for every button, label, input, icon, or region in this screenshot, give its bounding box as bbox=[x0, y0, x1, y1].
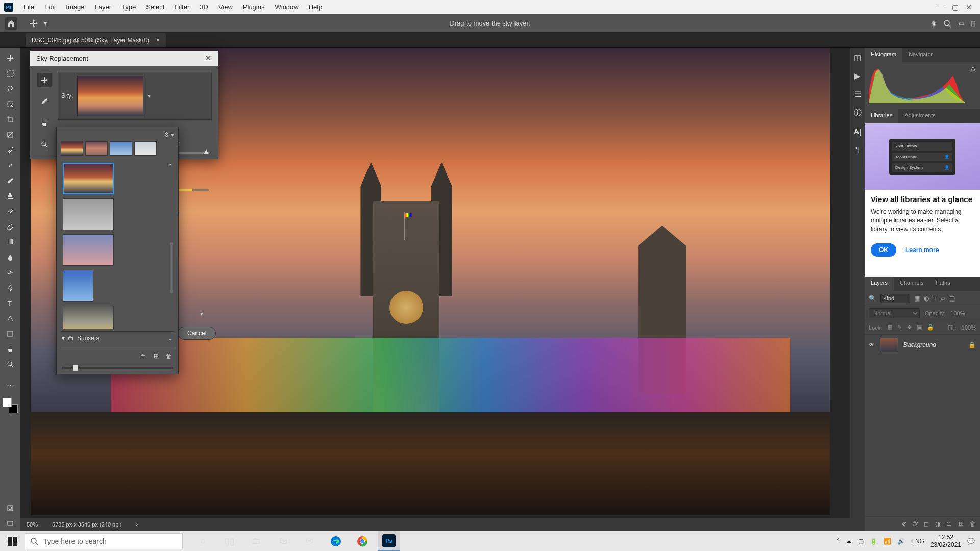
slider-value-b[interactable]: 0 bbox=[176, 204, 209, 222]
menu-help[interactable]: Help bbox=[304, 1, 328, 13]
document-tab[interactable]: DSC_0045.jpg @ 50% (Sky, Layer Mask/8) × bbox=[26, 33, 166, 47]
lock-position-icon[interactable]: ✥ bbox=[907, 324, 912, 331]
layer-filter-kind[interactable] bbox=[880, 294, 910, 303]
minimize-icon[interactable]: — bbox=[938, 3, 945, 11]
layer-thumbnail[interactable] bbox=[880, 338, 898, 352]
maximize-icon[interactable]: ▢ bbox=[952, 3, 959, 11]
lock-transparent-icon[interactable]: ▦ bbox=[887, 324, 892, 331]
eraser-tool[interactable] bbox=[2, 219, 18, 234]
slider-track-a[interactable] bbox=[176, 152, 209, 154]
share-icon[interactable]: ⍐ bbox=[971, 20, 975, 27]
file-explorer-icon[interactable]: 🗀 bbox=[245, 531, 267, 552]
layer-filter-search-icon[interactable]: 🔍 bbox=[869, 295, 876, 302]
lock-artboard-icon[interactable]: ▣ bbox=[917, 324, 922, 331]
layer-fx-icon[interactable]: fx bbox=[913, 520, 918, 528]
layers-tab[interactable]: Layers bbox=[865, 277, 894, 291]
marquee-tool[interactable] bbox=[2, 66, 18, 81]
layer-name[interactable]: Background bbox=[903, 341, 963, 348]
lock-image-icon[interactable]: ✎ bbox=[897, 324, 902, 331]
mail-icon[interactable]: ✉ bbox=[298, 531, 321, 552]
menu-select[interactable]: Select bbox=[141, 1, 169, 13]
workspace-icon[interactable]: ▭ bbox=[959, 20, 964, 27]
screen-mode-icon[interactable] bbox=[2, 516, 18, 531]
preset-thumbnail[interactable] bbox=[63, 270, 93, 302]
close-tab-icon[interactable]: × bbox=[156, 37, 160, 44]
panel-icon-paragraph[interactable]: ¶ bbox=[855, 145, 860, 154]
preset-folder-row[interactable]: ▾ 🗀 Sunsets ⌄ bbox=[61, 331, 174, 345]
crop-tool[interactable] bbox=[2, 112, 18, 127]
menu-view[interactable]: View bbox=[213, 1, 238, 13]
slider-track-temperature[interactable] bbox=[176, 189, 209, 191]
preset-scroll-down-icon[interactable]: ⌄ bbox=[168, 335, 173, 342]
brush-tool[interactable] bbox=[2, 173, 18, 188]
type-tool[interactable]: T bbox=[2, 296, 18, 310]
onedrive-icon[interactable]: ☁ bbox=[846, 538, 852, 545]
preset-thumbnail[interactable] bbox=[63, 234, 114, 266]
sky-zoom-tool[interactable] bbox=[37, 137, 52, 152]
preset-settings-icon[interactable]: ⚙ ▾ bbox=[164, 131, 174, 138]
panel-icon-properties[interactable]: ☰ bbox=[854, 90, 861, 99]
adjustment-layer-icon[interactable]: ◑ bbox=[935, 520, 940, 528]
stamp-tool[interactable] bbox=[2, 189, 18, 203]
libraries-ok-button[interactable]: OK bbox=[871, 243, 896, 257]
selection-tool[interactable] bbox=[2, 97, 18, 111]
status-expand-icon[interactable]: › bbox=[136, 521, 138, 528]
healing-tool[interactable] bbox=[2, 158, 18, 172]
preset-list[interactable]: ⌃ bbox=[61, 161, 174, 329]
preset-scroll-up-icon[interactable]: ⌃ bbox=[168, 163, 173, 170]
cloud-profile-icon[interactable]: ◉ bbox=[931, 20, 936, 27]
thumbnail-size-slider[interactable] bbox=[62, 367, 173, 369]
preset-thumbnail-selected[interactable] bbox=[63, 163, 114, 194]
sky-preview-thumbnail[interactable] bbox=[77, 76, 143, 116]
pen-tool[interactable] bbox=[2, 281, 18, 295]
preset-thumbnail[interactable] bbox=[63, 198, 114, 230]
libraries-tab[interactable]: Libraries bbox=[865, 109, 898, 123]
home-button[interactable] bbox=[5, 17, 17, 30]
panel-icon-actions[interactable]: ▶ bbox=[854, 71, 861, 81]
histogram-warning-icon[interactable]: ⚠ bbox=[970, 65, 976, 72]
edit-toolbar-icon[interactable]: ⋯ bbox=[2, 378, 18, 392]
preset-scrollbar[interactable] bbox=[170, 242, 173, 293]
search-icon[interactable] bbox=[943, 19, 951, 28]
taskbar-search[interactable]: Type here to search bbox=[24, 533, 183, 549]
channels-tab[interactable]: Channels bbox=[894, 277, 929, 291]
menu-layer[interactable]: Layer bbox=[90, 1, 117, 13]
lock-all-icon[interactable]: 🔒 bbox=[927, 324, 934, 331]
preset-thumbnail[interactable] bbox=[110, 141, 132, 156]
photoshop-taskbar-icon[interactable]: Ps bbox=[378, 531, 400, 552]
panel-icon-character[interactable]: A| bbox=[853, 127, 861, 136]
layer-group-icon[interactable]: 🗀 bbox=[946, 520, 952, 528]
meet-now-icon[interactable]: ▢ bbox=[858, 538, 864, 545]
lasso-tool[interactable] bbox=[2, 82, 18, 96]
panel-icon-1[interactable]: ◫ bbox=[854, 53, 861, 62]
menu-window[interactable]: Window bbox=[270, 1, 303, 13]
menu-filter[interactable]: Filter bbox=[169, 1, 194, 13]
fill-value[interactable]: 100% bbox=[962, 324, 976, 331]
zoom-tool[interactable] bbox=[2, 357, 18, 371]
tray-expand-icon[interactable]: ˄ bbox=[837, 538, 840, 545]
preset-thumbnail[interactable] bbox=[85, 141, 108, 156]
menu-edit[interactable]: Edit bbox=[39, 1, 61, 13]
filter-smart-icon[interactable]: ◫ bbox=[949, 295, 955, 302]
sky-hand-tool[interactable] bbox=[37, 116, 52, 130]
import-preset-icon[interactable]: 🗀 bbox=[140, 353, 146, 360]
history-brush-tool[interactable] bbox=[2, 204, 18, 218]
folder-collapse-icon[interactable]: ▾ bbox=[62, 335, 65, 342]
move-tool[interactable] bbox=[2, 51, 18, 65]
sky-move-tool[interactable] bbox=[37, 73, 52, 87]
zoom-level[interactable]: 50% bbox=[27, 521, 38, 528]
chrome-icon[interactable] bbox=[351, 531, 374, 552]
menu-3d[interactable]: 3D bbox=[194, 1, 213, 13]
dialog-titlebar[interactable]: Sky Replacement ✕ bbox=[30, 51, 218, 66]
output-dropdown-icon[interactable]: ▾ bbox=[200, 310, 203, 317]
foreground-color[interactable] bbox=[3, 398, 12, 407]
layer-item-background[interactable]: 👁 Background 🔒 bbox=[865, 335, 980, 355]
panel-icon-info[interactable]: ⓘ bbox=[854, 108, 862, 118]
new-preset-icon[interactable]: ⊞ bbox=[154, 353, 159, 360]
hand-tool[interactable] bbox=[2, 342, 18, 356]
filter-type-icon[interactable]: T bbox=[933, 295, 937, 302]
edge-icon[interactable] bbox=[325, 531, 347, 552]
blur-tool[interactable] bbox=[2, 250, 18, 264]
cortana-icon[interactable]: ○ bbox=[192, 531, 214, 552]
dodge-tool[interactable] bbox=[2, 265, 18, 280]
